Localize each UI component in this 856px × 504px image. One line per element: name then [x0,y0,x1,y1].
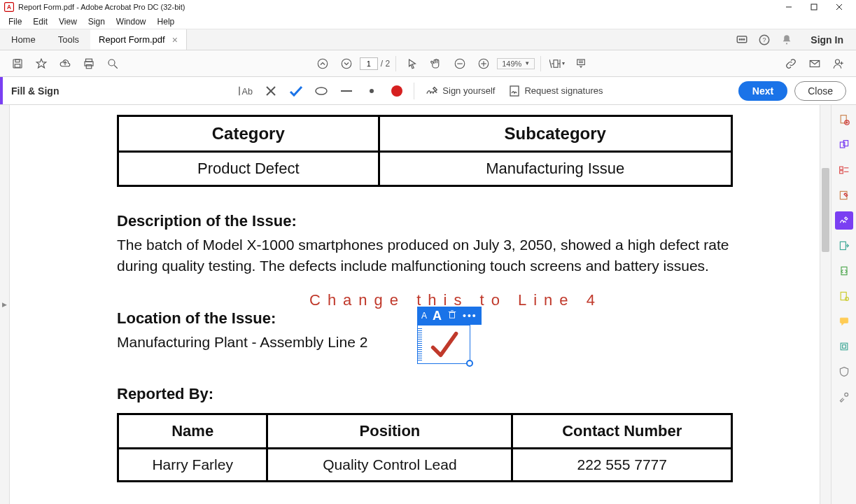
menu-bar: File Edit View Sign Window Help [0,14,856,29]
rep-position-value: Quality Control Lead [267,449,512,482]
zoom-dropdown[interactable]: 149%▼ [497,58,535,69]
svg-point-71 [844,393,848,396]
rep-contact-header: Contact Number [512,414,732,449]
share-file-tool-icon[interactable] [835,287,853,305]
text-tool-icon[interactable]: Ab [233,78,258,104]
subcategory-header: Subcategory [379,116,731,152]
scrollbar-thumb[interactable] [822,168,829,252]
close-button[interactable]: Close [794,81,846,101]
page-indicator: / 2 [360,57,390,70]
subcategory-value: Manufacturing Issue [379,152,731,186]
tab-tools[interactable]: Tools [47,29,90,50]
request-signatures-label: Request signatures [524,85,603,96]
dot-tool-icon[interactable] [359,78,384,104]
document-area[interactable]: Category Subcategory Product Defect Manu… [10,105,820,504]
protect-tool-icon[interactable] [835,363,853,381]
search-icon[interactable] [102,53,123,74]
annotation-delete-icon[interactable] [447,309,457,322]
bell-icon[interactable] [776,29,798,50]
next-button[interactable]: Next [738,81,787,101]
print-icon[interactable] [78,53,99,74]
help-icon[interactable]: ? [753,29,776,50]
svg-marker-16 [36,59,46,68]
zoom-out-icon[interactable] [449,53,470,74]
x-mark-tool-icon[interactable] [258,78,283,104]
menu-edit[interactable]: Edit [27,15,53,28]
svg-point-47 [391,85,402,97]
mail-icon[interactable] [804,53,825,74]
print-production-tool-icon[interactable] [835,337,853,356]
zoom-in-icon[interactable] [473,53,494,74]
edit-pdf-tool-icon[interactable] [835,186,853,204]
svg-rect-15 [15,64,20,67]
left-panel-toggle[interactable]: ▶ [0,105,10,504]
description-body: The batch of Model X-1000 smartphones pr… [117,234,733,277]
share-user-icon[interactable] [828,53,849,74]
chat-icon[interactable] [731,29,753,50]
check-mark-tool-icon[interactable] [283,78,309,104]
annotation-resize-handle[interactable] [466,360,473,367]
save-icon[interactable] [7,53,28,74]
menu-sign[interactable]: Sign [83,15,111,28]
annotation-checkmark-box[interactable] [417,325,470,364]
page-up-icon[interactable] [312,53,333,74]
cloud-upload-icon[interactable] [55,53,76,74]
vertical-scrollbar[interactable] [820,105,831,504]
menu-window[interactable]: Window [111,15,152,28]
rep-name-value: Harry Farley [118,449,267,482]
acrobat-icon: A [4,2,14,12]
sign-yourself-label: Sign yourself [442,85,495,96]
svg-rect-69 [841,343,848,350]
tab-close-icon[interactable]: × [172,34,178,46]
comment-tool-icon[interactable] [835,312,853,330]
star-icon[interactable] [31,53,52,74]
convert-tool-icon[interactable] [835,262,853,280]
menu-view[interactable]: View [53,15,83,28]
sign-yourself-button[interactable]: Sign yourself [419,85,502,97]
combine-files-tool-icon[interactable] [835,136,853,154]
tab-document[interactable]: Report Form.pdf × [90,29,187,50]
annotation-move-handle[interactable] [418,328,422,360]
category-header: Category [118,116,379,152]
category-table: Category Subcategory Product Defect Manu… [117,115,733,187]
create-pdf-tool-icon[interactable] [835,111,853,129]
request-signatures-button[interactable]: Request signatures [502,85,610,97]
annotation-size-down[interactable]: A [421,311,427,321]
select-tool-icon[interactable] [402,53,423,74]
fill-sign-toolbar: Fill & Sign Ab Sign yourself Request sig… [0,77,856,105]
circle-tool-icon[interactable] [309,78,334,104]
menu-file[interactable]: File [3,15,27,28]
zoom-value: 149% [502,59,521,68]
svg-rect-48 [510,86,519,96]
svg-marker-68 [841,323,843,325]
svg-rect-57 [843,141,848,146]
svg-rect-63 [840,241,846,249]
color-tool-icon[interactable] [384,78,409,104]
read-mode-icon[interactable] [570,53,591,74]
annotation-size-up[interactable]: A [433,309,442,323]
annotation-more-icon[interactable]: ••• [463,310,477,321]
svg-rect-70 [842,345,846,349]
page-down-icon[interactable] [336,53,357,74]
menu-help[interactable]: Help [152,15,181,28]
close-window-button[interactable] [827,0,852,14]
svg-point-37 [836,59,840,64]
rep-name-header: Name [118,414,267,449]
line-tool-icon[interactable] [334,78,359,104]
more-tools-icon[interactable] [835,388,853,406]
page-current-input[interactable] [360,57,378,70]
hand-tool-icon[interactable] [426,53,447,74]
minimize-button[interactable] [776,0,801,14]
maximize-button[interactable] [801,0,827,14]
tab-home[interactable]: Home [0,29,47,50]
fit-width-icon[interactable]: ▾ [547,53,568,74]
fill-sign-tool-icon[interactable] [835,211,853,230]
organize-pages-tool-icon[interactable] [835,161,853,179]
svg-point-44 [316,88,327,94]
sign-in-button[interactable]: Sign In [798,29,856,50]
link-share-icon[interactable] [780,53,801,74]
tabs-bar: Home Tools Report Form.pdf × ? Sign In [0,29,856,50]
svg-point-7 [740,38,741,40]
svg-marker-24 [409,59,416,69]
export-pdf-tool-icon[interactable] [835,237,853,255]
